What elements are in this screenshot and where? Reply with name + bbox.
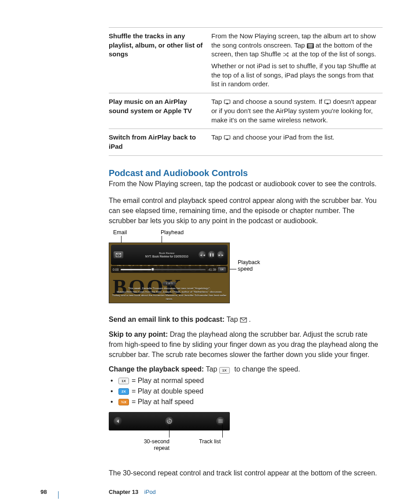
next-button[interactable]: ►► [217, 251, 225, 259]
instruction-email: Send an email link to this podcast: Tap … [109, 314, 383, 324]
callout-30s-repeat: 30-second repeat [138, 438, 169, 452]
page-number: 98 [41, 489, 47, 495]
row-desc: Tap and choose a sound system. If doesn'… [211, 93, 383, 129]
row-desc: Tap and choose your iPad from the list. [211, 129, 383, 155]
list-item: ½X = Play at half speed [109, 398, 383, 406]
bottom-paragraph: The 30-second repeat control and track l… [109, 468, 383, 478]
table-row: Play music on an AirPlay sound system or… [109, 93, 383, 129]
elapsed-time: 0:00 [113, 268, 119, 271]
instruction-skip: Skip to any point: Drag the playhead alo… [109, 329, 383, 360]
row-label: Shuffle the tracks in any playlist, albu… [109, 28, 211, 93]
airplay-icon [224, 99, 231, 105]
row-label: Play music on an AirPlay sound system or… [109, 93, 211, 129]
scrubber-row: 0:00 -41:39 1X [111, 266, 228, 273]
airplay-icon [324, 99, 331, 105]
callout-email: Email [113, 229, 127, 236]
back-button[interactable] [114, 417, 122, 426]
player-topbar: Book Review NYT: Book Review for 03/05/2… [111, 245, 228, 265]
table-row: Shuffle the tracks in any playlist, albu… [109, 28, 383, 93]
prev-button[interactable]: ◄◄ [199, 251, 206, 259]
row-label: Switch from AirPlay back to iPad [109, 129, 211, 155]
controls-table: Shuffle the tracks in any playlist, albu… [109, 27, 383, 156]
playback-speed-button[interactable]: 1X [218, 267, 226, 272]
callout-playhead: Playhead [161, 229, 184, 236]
table-row: Switch from AirPlay back to iPad Tap and… [109, 129, 383, 155]
list-item: 2X = Play at double speed [109, 387, 383, 395]
playhead[interactable] [151, 268, 155, 271]
speed-1x-icon: 1X [219, 367, 230, 374]
podcast-player: NYTIMES·COM BOOK Book Review NYT: Book R… [109, 243, 230, 303]
episode-index: 1 of 5 [162, 282, 176, 286]
speed-2x-icon: 2X [118, 388, 129, 395]
remaining-time: -41:39 [207, 268, 216, 271]
section-heading: Podcast and Audiobook Controls [109, 168, 383, 178]
speed-list: 1X = Play at normal speed 2X = Play at d… [109, 377, 383, 406]
episode-caption: 1 of 5 This week, Danielle Trussoni disc… [111, 282, 228, 301]
intro-paragraph: From the Now Playing screen, tap the pod… [109, 179, 383, 189]
podcast-controls-figure: Email Playhead Playback speed NYTIMES·CO… [109, 229, 263, 306]
svg-text:30: 30 [168, 421, 171, 423]
airplay-icon [224, 135, 231, 140]
chapter-label: Chapter 13 [109, 489, 138, 495]
row-desc: From the Now Playing screen, tap the alb… [211, 28, 383, 93]
callout-playback-speed: Playback speed [238, 259, 260, 272]
track-list-button[interactable] [216, 417, 225, 426]
email-button[interactable] [114, 251, 123, 258]
shuffle-icon [283, 52, 290, 57]
description-paragraph: The email control and playback speed con… [109, 196, 383, 226]
pause-button[interactable]: ❚❚ [208, 251, 216, 259]
callout-track-list: Track list [199, 438, 221, 445]
chapter-name: iPod [144, 489, 156, 495]
instruction-speed: Change the playback speed: Tap 1X to cha… [109, 364, 383, 374]
bottom-controls-figure: 30 30-second repeat Track list [109, 412, 236, 460]
list-icon [307, 43, 314, 48]
mail-icon [240, 317, 247, 323]
scrubber-bar[interactable] [121, 269, 206, 270]
speed-1x-icon: 1X [118, 378, 129, 384]
track-title: Book Review NYT: Book Review for 03/05/2… [145, 252, 188, 258]
speed-halfx-icon: ½X [118, 399, 129, 405]
list-item: 1X = Play at normal speed [109, 377, 383, 385]
